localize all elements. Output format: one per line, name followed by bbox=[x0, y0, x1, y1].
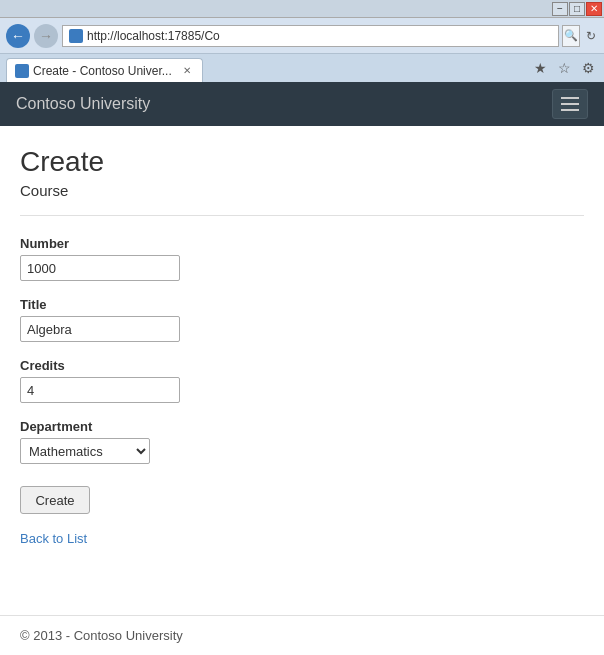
department-field-group: Department Mathematics English Economics… bbox=[20, 419, 584, 464]
page-wrapper: Contoso University Create Course Number … bbox=[0, 82, 604, 655]
navbar: Contoso University bbox=[0, 82, 604, 126]
forward-button[interactable]: → bbox=[34, 24, 58, 48]
credits-label: Credits bbox=[20, 358, 584, 373]
toolbar-icons: ★ ☆ ⚙ bbox=[530, 58, 598, 82]
footer: © 2013 - Contoso University bbox=[0, 615, 604, 655]
department-label: Department bbox=[20, 419, 584, 434]
window-chrome: − □ ✕ bbox=[0, 0, 604, 18]
footer-text: © 2013 - Contoso University bbox=[20, 628, 183, 643]
hamburger-line-3 bbox=[561, 109, 579, 111]
hamburger-line-1 bbox=[561, 97, 579, 99]
back-to-list-link[interactable]: Back to List bbox=[20, 531, 87, 546]
title-input[interactable] bbox=[20, 316, 180, 342]
hamburger-line-2 bbox=[561, 103, 579, 105]
browser-body: Contoso University Create Course Number … bbox=[0, 82, 604, 655]
address-bar: ← → http://localhost:17885/Co 🔍 ↻ bbox=[0, 18, 604, 54]
title-label: Title bbox=[20, 297, 584, 312]
star-icon[interactable]: ★ bbox=[530, 58, 550, 78]
page-title: Create bbox=[20, 146, 584, 178]
department-select[interactable]: Mathematics English Economics Engineerin… bbox=[20, 438, 150, 464]
close-button[interactable]: ✕ bbox=[586, 2, 602, 16]
navbar-toggle-button[interactable] bbox=[552, 89, 588, 119]
minimize-button[interactable]: − bbox=[552, 2, 568, 16]
page-subtitle: Course bbox=[20, 182, 584, 199]
restore-button[interactable]: □ bbox=[569, 2, 585, 16]
refresh-button[interactable]: ↻ bbox=[584, 29, 598, 43]
tab-bar: Create - Contoso Univer... ✕ ★ ☆ ⚙ bbox=[0, 54, 604, 82]
back-button[interactable]: ← bbox=[6, 24, 30, 48]
active-tab[interactable]: Create - Contoso Univer... ✕ bbox=[6, 58, 203, 82]
credits-field-group: Credits bbox=[20, 358, 584, 403]
create-button[interactable]: Create bbox=[20, 486, 90, 514]
tab-close-button[interactable]: ✕ bbox=[180, 64, 194, 78]
number-input[interactable] bbox=[20, 255, 180, 281]
main-content: Create Course Number Title Credits Depar… bbox=[0, 126, 604, 615]
gear-icon[interactable]: ⚙ bbox=[578, 58, 598, 78]
tab-favicon bbox=[15, 64, 29, 78]
number-field-group: Number bbox=[20, 236, 584, 281]
search-icon[interactable]: 🔍 bbox=[562, 25, 580, 47]
title-field-group: Title bbox=[20, 297, 584, 342]
navbar-brand: Contoso University bbox=[16, 95, 552, 113]
bookmark-icon[interactable]: ☆ bbox=[554, 58, 574, 78]
tab-label: Create - Contoso Univer... bbox=[33, 64, 172, 78]
address-input-container[interactable]: http://localhost:17885/Co bbox=[62, 25, 559, 47]
site-icon bbox=[69, 29, 83, 43]
divider bbox=[20, 215, 584, 216]
credits-input[interactable] bbox=[20, 377, 180, 403]
number-label: Number bbox=[20, 236, 584, 251]
address-text: http://localhost:17885/Co bbox=[87, 29, 552, 43]
